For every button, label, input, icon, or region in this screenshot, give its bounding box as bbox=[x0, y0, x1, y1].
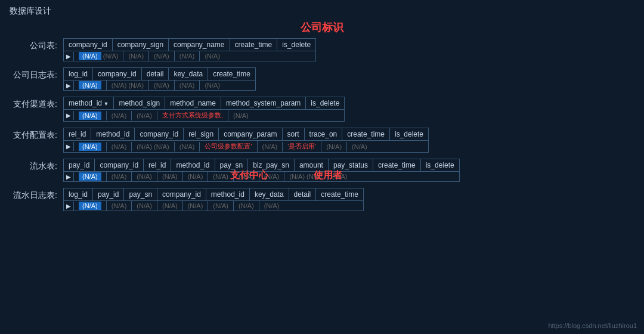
rel-sign-cell: (N/A) bbox=[175, 142, 200, 151]
company-id-cell: (N/A) bbox=[107, 172, 132, 181]
sort-cell: (N/A) bbox=[258, 142, 283, 151]
col-create-time: create_time bbox=[342, 128, 390, 140]
trace-on-cell: '是否启用' bbox=[283, 141, 321, 152]
company-id-cell: (N/A) (N/A) bbox=[107, 81, 149, 90]
flow-table-label: 流水表: bbox=[10, 159, 63, 172]
flow-log-table: log_id pay_id pay_sn company_id method_i… bbox=[63, 188, 364, 211]
col-detail: detail bbox=[289, 188, 317, 200]
company-table-label: 公司表: bbox=[10, 38, 63, 51]
col-create-time: create_time bbox=[316, 188, 363, 200]
method-id-cell: (N/A) bbox=[107, 142, 132, 151]
col-pay-id: pay_id bbox=[93, 188, 124, 200]
pay-sn-cell: (N/A) bbox=[183, 172, 209, 181]
row-expand-icon[interactable]: ▶ bbox=[64, 142, 74, 151]
company-table: company_id company_sign company_name cre… bbox=[63, 38, 316, 61]
pay-id-cell: (N/A) bbox=[107, 201, 132, 211]
company-id-cell: (N/A) (N/A) bbox=[132, 142, 174, 151]
col-is-delete: is_delete bbox=[421, 159, 459, 171]
method-system-param-cell: 支付方式系统级参数, bbox=[157, 110, 228, 121]
payment-config-data: ▶ (N/A) (N/A) (N/A) (N/A) (N/A) 公司级参数配置'… bbox=[64, 141, 428, 152]
method-sign-cell: (N/A) bbox=[107, 111, 132, 120]
col-company-id: company_id bbox=[93, 68, 142, 80]
company-log-table-row: 公司日志表: log_id company_id detail key_data… bbox=[10, 67, 634, 91]
row-expand-icon[interactable]: ▶ bbox=[64, 81, 74, 90]
col-create-time: create_time bbox=[373, 159, 421, 171]
company-log-table-label: 公司日志表: bbox=[10, 67, 63, 81]
col-sort: sort bbox=[283, 128, 305, 140]
company-log-data: ▶ (N/A) (N/A) (N/A) (N/A) (N/A) (N/A) bbox=[64, 81, 255, 90]
row-expand-icon[interactable]: ▶ bbox=[64, 111, 74, 120]
company-table-header: company_id company_sign company_name cre… bbox=[64, 39, 315, 51]
payment-channel-table: method_id method_sign method_name method… bbox=[63, 97, 345, 122]
col-method-id: method_id bbox=[206, 188, 250, 200]
company-name-cell: (N/A) bbox=[149, 51, 175, 61]
col-trace-on: trace_on bbox=[305, 128, 343, 140]
col-company-id: company_id bbox=[64, 39, 113, 51]
flow-log-table-label: 流水日志表: bbox=[10, 188, 63, 201]
is-delete-cell: (N/A) bbox=[228, 111, 253, 120]
col-company-param: company_param bbox=[219, 128, 282, 140]
col-company-id: company_id bbox=[135, 128, 184, 140]
page-title: 数据库设计 bbox=[0, 0, 644, 20]
col-method-id: method_id bbox=[91, 128, 135, 140]
is-delete-cell: (N/A) bbox=[200, 51, 225, 61]
key-data-cell: (N/A) bbox=[175, 81, 200, 90]
col-is-delete: is_delete bbox=[277, 39, 315, 51]
pay-id-cell: (N/A) bbox=[74, 172, 107, 181]
row-expand-icon[interactable]: ▶ bbox=[64, 202, 74, 211]
col-is-delete: is_delete bbox=[306, 97, 344, 109]
col-method-name: method_name bbox=[165, 97, 221, 109]
payment-config-table-row: 支付配置表: rel_id method_id company_id rel_s… bbox=[10, 128, 634, 153]
pay-center-overlay: 支付中心 bbox=[230, 169, 268, 182]
col-rel-id: rel_id bbox=[144, 159, 171, 171]
flow-table-row: 流水表: pay_id company_id rel_id method_id … bbox=[10, 159, 634, 182]
center-label: 公司标识 bbox=[0, 20, 644, 35]
flow-log-data: ▶ (N/A) (N/A) (N/A) (N/A) (N/A) (N/A) (N… bbox=[64, 201, 363, 211]
col-is-delete: is_delete bbox=[390, 128, 428, 140]
method-name-cell: (N/A) bbox=[132, 111, 157, 120]
col-detail: detail bbox=[142, 68, 169, 80]
col-pay-sn: pay_sn bbox=[124, 188, 157, 200]
key-data-cell: (N/A) bbox=[208, 201, 234, 211]
rel-id-cell: (N/A) bbox=[132, 172, 157, 181]
payment-config-table-label: 支付配置表: bbox=[10, 128, 63, 141]
col-company-id: company_id bbox=[95, 159, 144, 171]
flow-log-table-header: log_id pay_id pay_sn company_id method_i… bbox=[64, 188, 363, 201]
user-overlay: 使用者 bbox=[314, 169, 342, 182]
col-method-system-param: method_system_param bbox=[221, 97, 306, 109]
col-create-time: create_time bbox=[208, 68, 255, 80]
payment-channel-header: method_id method_sign method_name method… bbox=[64, 97, 344, 110]
detail-cell: (N/A) bbox=[149, 81, 175, 90]
col-company-id: company_id bbox=[157, 188, 206, 200]
company-id-cell: (N/A) bbox=[157, 201, 183, 211]
company-id-cell: (N/A) (N/A) bbox=[74, 51, 123, 61]
col-key-data: key_data bbox=[169, 68, 208, 80]
payment-config-header: rel_id method_id company_id rel_sign com… bbox=[64, 128, 428, 141]
company-sign-cell: (N/A) bbox=[123, 51, 149, 61]
log-id-cell: (N/A) bbox=[74, 81, 107, 90]
col-pay-id: pay_id bbox=[64, 159, 95, 171]
row-expand-icon[interactable]: ▶ bbox=[64, 52, 74, 61]
col-log-id: log_id bbox=[64, 188, 93, 200]
col-method-id: method_id bbox=[171, 159, 215, 171]
col-rel-sign: rel_sign bbox=[184, 128, 219, 140]
is-delete-cell2: (N/A) bbox=[347, 142, 372, 151]
company-log-table-header: log_id company_id detail key_data create… bbox=[64, 68, 255, 81]
company-log-table: log_id company_id detail key_data create… bbox=[63, 67, 256, 91]
row-expand-icon[interactable]: ▶ bbox=[64, 172, 74, 181]
col-method-id: method_id bbox=[64, 97, 114, 109]
col-method-sign: method_sign bbox=[114, 97, 165, 109]
create-time-cell: (N/A) bbox=[259, 201, 284, 211]
create-time-cell: (N/A) bbox=[321, 142, 347, 151]
footer-url: https://blog.csdn.net/liuzhirou1 bbox=[548, 322, 637, 329]
payment-config-table: rel_id method_id company_id rel_sign com… bbox=[63, 128, 429, 153]
flow-log-table-row: 流水日志表: log_id pay_id pay_sn company_id m… bbox=[10, 188, 634, 211]
rel-id-cell: (N/A) bbox=[74, 142, 107, 151]
detail-cell: (N/A) bbox=[234, 201, 259, 211]
company-table-row: 公司表: company_id company_sign company_nam… bbox=[10, 38, 634, 61]
company-table-data: ▶ (N/A) (N/A) (N/A) (N/A) (N/A) (N/A) bbox=[64, 51, 315, 61]
pay-sn-cell: (N/A) bbox=[132, 201, 157, 211]
col-rel-id: rel_id bbox=[64, 128, 91, 140]
main-content: 公司表: company_id company_sign company_nam… bbox=[0, 38, 644, 211]
col-company-name: company_name bbox=[169, 39, 230, 51]
